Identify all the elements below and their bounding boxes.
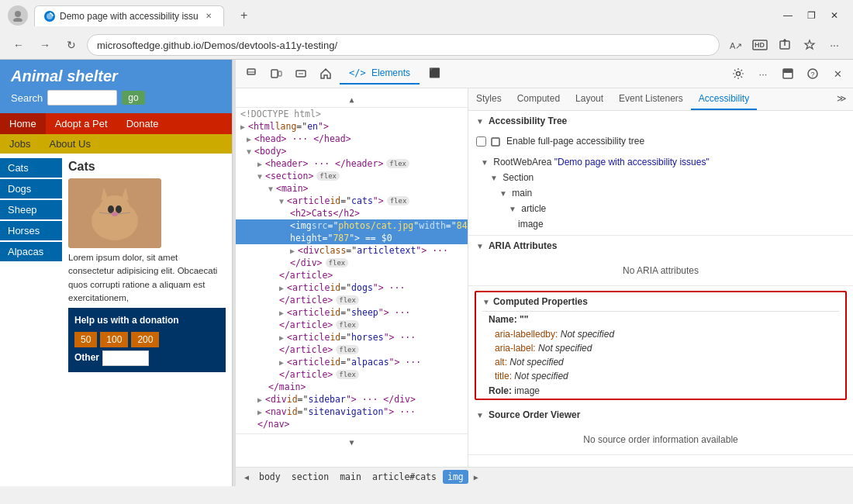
tab-computed[interactable]: Computed bbox=[509, 88, 568, 110]
donation-other-input[interactable] bbox=[102, 350, 149, 366]
rootwebarea-item[interactable]: ▼ RootWebArea "Demo page with accessibil… bbox=[468, 154, 853, 170]
close-button[interactable]: ✕ bbox=[824, 5, 845, 26]
dom-scroll-up[interactable]: ▲ bbox=[346, 93, 358, 105]
maximize-button[interactable]: ❐ bbox=[800, 5, 822, 26]
dom-main-close[interactable]: </main> bbox=[236, 381, 468, 393]
dock-button[interactable] bbox=[777, 63, 799, 85]
breadcrumb-article-cats[interactable]: article#cats bbox=[368, 470, 441, 484]
sidebar-sheep[interactable]: Sheep bbox=[0, 200, 62, 219]
dom-body[interactable]: ▼ <body> bbox=[236, 145, 468, 157]
breadcrumb-body[interactable]: body bbox=[254, 470, 285, 484]
more-devtools-button[interactable]: ··· bbox=[752, 63, 774, 85]
dom-sidebar[interactable]: ▶ <div id =" sidebar "> ··· </div> bbox=[236, 393, 468, 406]
source-order-header[interactable]: ▼ Source Order Viewer bbox=[468, 405, 853, 425]
article-alpacas-toggle[interactable]: ▶ bbox=[279, 358, 287, 367]
tab-console[interactable]: ⬛ bbox=[420, 63, 450, 85]
help-button[interactable]: ? bbox=[802, 63, 824, 85]
nav-toggle[interactable]: ▶ bbox=[257, 408, 265, 416]
dom-img-selected[interactable]: <img src =" photos/cat.jpg " width =" 84… bbox=[236, 219, 468, 232]
tab-elements[interactable]: </> Elements bbox=[340, 63, 420, 85]
article-sheep-toggle[interactable]: ▶ bbox=[279, 309, 287, 317]
breadcrumb-section[interactable]: section bbox=[287, 470, 333, 484]
sidebar-alpacas[interactable]: Alpacas bbox=[0, 242, 62, 261]
dom-nav[interactable]: ▶ <nav id =" sitenavigation "> ··· bbox=[236, 406, 468, 418]
section-toggle[interactable]: ▼ bbox=[257, 172, 265, 181]
sidebar-horses[interactable]: Horses bbox=[0, 221, 62, 240]
breadcrumb-toggle-button[interactable] bbox=[290, 63, 312, 85]
dom-main[interactable]: ▼ <main> bbox=[236, 182, 468, 195]
dom-html[interactable]: ▶ <html lang =" en "> bbox=[236, 120, 468, 133]
dom-article-sheep-close[interactable]: </article> flex bbox=[236, 319, 468, 331]
tree-article[interactable]: ▼ article bbox=[468, 201, 853, 216]
home-button[interactable] bbox=[315, 63, 337, 85]
nav-jobs[interactable]: Jobs bbox=[0, 134, 40, 154]
close-devtools-button[interactable]: ✕ bbox=[827, 63, 848, 85]
main-toggle[interactable]: ▼ bbox=[268, 185, 276, 193]
browser-tab-active[interactable]: Demo page with accessibility issu ✕ bbox=[34, 5, 224, 26]
dom-article-cats[interactable]: ▼ <article id =" cats "> flex bbox=[236, 195, 468, 207]
article-dogs-toggle[interactable]: ▶ bbox=[279, 284, 287, 292]
tab-event-listeners[interactable]: Event Listeners bbox=[611, 88, 691, 110]
breadcrumb-main[interactable]: main bbox=[335, 470, 366, 484]
dom-article-sheep[interactable]: ▶ <article id =" sheep "> ··· bbox=[236, 306, 468, 319]
html-toggle[interactable]: ▶ bbox=[240, 123, 248, 131]
read-aloud-button[interactable]: A↗ bbox=[724, 34, 746, 56]
dom-doctype[interactable]: <!DOCTYPE html> bbox=[236, 108, 468, 120]
reader-view-button[interactable]: HD bbox=[749, 34, 771, 56]
tree-section[interactable]: ▼ Section bbox=[468, 170, 853, 185]
nav-donate[interactable]: Donate bbox=[117, 113, 168, 134]
sidebar-cats[interactable]: Cats bbox=[0, 158, 62, 178]
search-button[interactable]: go bbox=[122, 91, 144, 105]
article-horses-toggle[interactable]: ▶ bbox=[279, 333, 287, 342]
enable-full-tree-checkbox[interactable] bbox=[476, 136, 486, 147]
tab-accessibility[interactable]: Accessibility bbox=[691, 88, 757, 110]
dom-img-selected-cont[interactable]: height=" 787 "> == $0 bbox=[236, 232, 468, 244]
tree-main[interactable]: ▼ main bbox=[468, 185, 853, 201]
header-toggle[interactable]: ▶ bbox=[257, 160, 265, 168]
body-toggle[interactable]: ▼ bbox=[247, 147, 254, 156]
breadcrumb-img[interactable]: img bbox=[443, 470, 468, 484]
breadcrumb-scroll-left[interactable]: ◀ bbox=[240, 471, 253, 483]
donation-100[interactable]: 100 bbox=[100, 332, 128, 347]
dom-article-horses[interactable]: ▶ <article id =" horses "> ··· bbox=[236, 331, 468, 343]
breadcrumb-scroll-right[interactable]: ▶ bbox=[470, 471, 482, 483]
dom-div-close[interactable]: </div> flex bbox=[236, 257, 468, 269]
donation-50[interactable]: 50 bbox=[74, 332, 97, 347]
nav-adopt[interactable]: Adopt a Pet bbox=[46, 113, 117, 134]
search-input[interactable] bbox=[47, 90, 117, 105]
forward-button[interactable]: → bbox=[34, 34, 56, 56]
share-button[interactable] bbox=[774, 34, 796, 56]
sidebar-dogs[interactable]: Dogs bbox=[0, 179, 62, 198]
dom-header[interactable]: ▶ <header> ··· </header> flex bbox=[236, 157, 468, 170]
donation-200[interactable]: 200 bbox=[131, 332, 159, 347]
head-toggle[interactable]: ▶ bbox=[247, 135, 254, 143]
refresh-button[interactable]: ↻ bbox=[60, 34, 82, 56]
minimize-button[interactable]: — bbox=[777, 5, 799, 26]
new-tab-button[interactable]: + bbox=[233, 5, 255, 26]
dom-article-dogs[interactable]: ▶ <article id =" dogs "> ··· bbox=[236, 281, 468, 294]
favorites-button[interactable] bbox=[799, 34, 820, 56]
panel-more-button[interactable]: ≫ bbox=[831, 88, 853, 110]
articletext-toggle[interactable]: ▶ bbox=[290, 247, 298, 255]
dom-article-alpacas-close[interactable]: </article> flex bbox=[236, 368, 468, 381]
sidebar-toggle[interactable]: ▶ bbox=[257, 395, 265, 404]
more-button[interactable]: ··· bbox=[824, 34, 845, 56]
tab-close-button[interactable]: ✕ bbox=[203, 11, 214, 21]
address-bar[interactable]: microsoftedge.github.io/Demos/devtools-a… bbox=[87, 34, 720, 56]
dom-article-close[interactable]: </article> bbox=[236, 269, 468, 281]
dom-scroll-down[interactable]: ▼ bbox=[346, 436, 358, 448]
dom-h2-cats[interactable]: <h2>Cats</h2> bbox=[236, 207, 468, 219]
dom-article-dogs-close[interactable]: </article> flex bbox=[236, 294, 468, 306]
dom-nav-close[interactable]: </nav> bbox=[236, 418, 468, 430]
nav-home[interactable]: Home bbox=[0, 113, 46, 134]
computed-props-header[interactable]: ▼ Computed Properties bbox=[476, 292, 845, 311]
tab-styles[interactable]: Styles bbox=[468, 88, 509, 110]
inspect-cursor-button[interactable] bbox=[240, 63, 262, 85]
nav-about-us[interactable]: About Us bbox=[40, 134, 99, 154]
dom-section[interactable]: ▼ <section> flex bbox=[236, 170, 468, 182]
dom-head[interactable]: ▶ <head> ··· </head> bbox=[236, 133, 468, 145]
dom-article-horses-close[interactable]: </article> flex bbox=[236, 343, 468, 356]
tab-layout[interactable]: Layout bbox=[568, 88, 611, 110]
dom-article-alpacas[interactable]: ▶ <article id =" alpacas "> ··· bbox=[236, 356, 468, 368]
article-cats-toggle[interactable]: ▼ bbox=[279, 197, 287, 205]
